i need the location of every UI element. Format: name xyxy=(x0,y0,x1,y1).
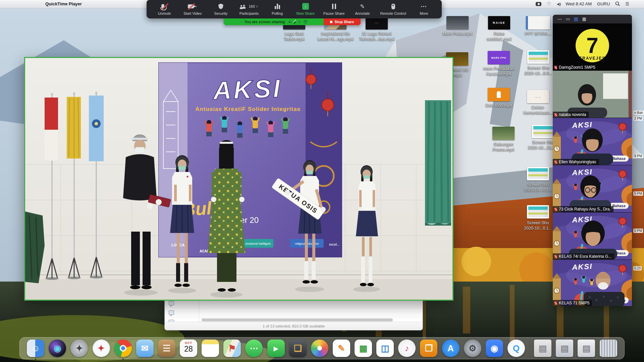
dock-item-minimized-window-3[interactable]: ▤ xyxy=(578,340,595,357)
screen-sharing-banner: ↑ You are screen sharing ◄) ◷ ✓ Stop Sha… xyxy=(224,18,361,25)
dock-item-minimized-window-2[interactable]: ▤ xyxy=(556,340,573,357)
dock-item-trash[interactable] xyxy=(600,340,617,357)
mic-muted-icon xyxy=(554,301,557,305)
dock-item-launchpad[interactable]: ✦ xyxy=(70,340,88,357)
dock-item-photo-booth[interactable]: ❏ xyxy=(289,340,307,357)
participant-name-label: DaringZoom1 SMP5 xyxy=(553,64,598,70)
menu-quicktime-player[interactable]: QuickTime Player xyxy=(45,0,82,8)
share-screen-icon: ↑ xyxy=(302,3,309,10)
stop-icon xyxy=(330,21,332,23)
video-thumbnail: MARS PPK xyxy=(488,51,510,64)
dock-item-siri[interactable]: ◉ xyxy=(49,340,66,357)
running-indicator xyxy=(494,359,495,360)
dock-item-ibooks[interactable]: ❒ xyxy=(420,340,437,357)
polling-button[interactable]: Polling xyxy=(267,3,288,15)
unmute-button[interactable]: ∨ Unmute xyxy=(154,3,175,15)
participant-name-label: 73 Cicik Rahayu Any S., Dra. xyxy=(553,206,613,212)
desktop-icon-ppt-istirahat[interactable]: PPT ISTIRA... xyxy=(518,16,558,37)
desktop-icon-screenshot-3[interactable]: Screen Sho2020-10...0.1... xyxy=(518,167,558,193)
icon-label: Lagu Saat xyxy=(285,32,304,36)
shared-screen-window: AKSI Antusias KreatiF Solider Integritas… xyxy=(24,57,453,301)
finder-status-bar: 1 of 13 selected, 810.3 GB available xyxy=(165,322,423,330)
screenshot-thumbnail xyxy=(527,167,549,180)
mic-muted-icon xyxy=(554,113,557,117)
dock-item-calendar[interactable]: OCT 28 xyxy=(180,340,197,357)
participant-tile[interactable]: 7 TRAVEJES DaringZoom1 SMP5 xyxy=(553,23,632,70)
desktop-icon-mars-petra[interactable]: Mars Petra.mp4 xyxy=(437,16,478,37)
participant-tile[interactable]: 73 Cicik Rahayu Any S., Dra. xyxy=(553,165,632,212)
remote-control-button[interactable]: Remote Control xyxy=(380,3,406,15)
speaker-view-icon[interactable]: ▭ xyxy=(566,15,570,23)
menu-bar-clock[interactable]: Wed 8:42 AM xyxy=(566,0,592,8)
participant-tile[interactable]: KELAS 74/ Esra Katerina G... xyxy=(553,213,632,259)
dock-item-messages[interactable]: ⋯ xyxy=(245,340,263,357)
participant-tile[interactable]: natalia noventa xyxy=(553,71,632,118)
mic-muted-icon xyxy=(554,66,557,69)
participant-tile[interactable]: KELAS 71 SMP5 xyxy=(553,260,632,306)
security-button[interactable]: Security xyxy=(210,3,231,15)
horizontal-scrollbar[interactable] xyxy=(202,318,393,321)
video-thumbnail xyxy=(446,16,469,29)
dock-item-chrome[interactable] xyxy=(114,340,132,357)
volume-icon[interactable]: ◄)) xyxy=(556,0,560,8)
desktop-icon-mars-pendidikan[interactable]: MARS PPK mars PendidikanKarakter.mp4 xyxy=(478,51,519,77)
screenshot-thumbnail xyxy=(527,50,549,64)
start-video-button[interactable]: ∨ Start Video xyxy=(182,3,203,15)
dock-item-system-preferences[interactable]: ⚙ xyxy=(464,340,481,357)
annotate-button[interactable]: ✎ Annotate xyxy=(352,3,373,15)
stop-share-button[interactable]: Stop Share xyxy=(324,18,361,25)
pause-share-button[interactable]: Pause Share xyxy=(323,3,345,15)
desktop-icon-gabungan-promo[interactable]: GabunganPromo.mp4 xyxy=(483,127,524,153)
timer-icon[interactable]: ◷ xyxy=(298,20,301,23)
presentation-thumbnail xyxy=(526,16,550,29)
dock-item-finder[interactable]: ☺ xyxy=(27,340,44,357)
dock-item-app-store[interactable]: A xyxy=(442,340,460,357)
clipped-desktop-label: 5 PM xyxy=(633,191,643,196)
spotlight-icon[interactable] xyxy=(615,1,620,7)
dock-item-itunes[interactable]: ♪ xyxy=(398,340,416,357)
mic-muted-icon[interactable] xyxy=(293,20,296,23)
dock-item-safari[interactable]: ✦ xyxy=(93,340,110,357)
sharing-status: ↑ You are screen sharing ◄) ◷ ✓ xyxy=(224,18,324,25)
dock-item-minimized-window-1[interactable]: ▤ xyxy=(534,340,551,357)
bar-chart-icon xyxy=(275,3,280,10)
participants-button[interactable]: 160 ∨ Participants xyxy=(238,3,259,15)
desktop-icon-coklat-kemerdekaan[interactable]: ﹏﹏ Coklat-Kemerdekaan... xyxy=(518,90,558,116)
participant-tile[interactable]: Ellen Wahyuningtyas xyxy=(553,118,632,165)
desktop-icon-screenshot-4[interactable]: Screen Sho2020-10...0.1... xyxy=(518,205,558,231)
finder-list-row[interactable] xyxy=(165,308,423,317)
new-share-button[interactable]: ↑ New Share xyxy=(295,3,316,15)
dock-item-zoom[interactable]: ◉ xyxy=(486,340,503,357)
user-menu[interactable]: GURU xyxy=(597,0,610,8)
grid-view-icon[interactable]: ▦ xyxy=(582,15,586,23)
shield-check-icon[interactable]: ✓ xyxy=(304,20,307,24)
dock-item-maps[interactable]: ⚑ xyxy=(223,340,241,357)
computer-icon xyxy=(169,301,174,305)
running-indicator xyxy=(122,359,124,360)
video-muted-icon: ∨ xyxy=(188,3,197,10)
desktop-icon-21-lagu-rohani[interactable]: ♪♪♪ 21 Lagu RohaniTerindah...itas.mp4 xyxy=(356,16,397,42)
minimize-icon[interactable]: — xyxy=(557,15,562,23)
dock-item-contacts[interactable]: ☰ xyxy=(158,340,175,357)
dock-item-numbers[interactable]: ▦ xyxy=(355,340,372,357)
dock-item-mail[interactable]: ✉ xyxy=(136,340,154,357)
screen-recording-icon[interactable] xyxy=(536,2,541,6)
notification-center-icon[interactable]: ☰ xyxy=(625,0,629,8)
gallery-strip-icon[interactable]: ▤ xyxy=(574,15,578,23)
dock-item-facetime[interactable]: ▸ xyxy=(267,340,285,357)
participants-icon: 160 ∨ xyxy=(240,3,258,10)
shield-icon xyxy=(218,3,223,10)
dock-item-photos[interactable] xyxy=(311,340,328,357)
desktop-icon-raise-subtitle[interactable]: RAISE Raisesubtitle1.mp4 xyxy=(479,16,520,42)
dock-item-notes[interactable] xyxy=(202,340,219,357)
desktop-icon-osis-icon[interactable]: Osis Icon.mp4 xyxy=(478,88,519,108)
speaker-icon[interactable]: ◄) xyxy=(287,20,291,23)
dock-item-quicktime[interactable]: Q xyxy=(507,340,525,357)
dock-item-keynote[interactable]: ◫ xyxy=(376,340,394,357)
finder-window[interactable]: 1 of 13 selected, 810.3 GB available xyxy=(164,298,423,330)
more-button[interactable]: ••• More xyxy=(414,3,434,15)
heart-icon[interactable]: ♡ xyxy=(547,0,551,8)
zoom-meeting-toolbar: ∨ Unmute ∨ Start Video Security 160 ∨ Pa… xyxy=(147,0,442,18)
dock-item-pages[interactable]: ✎ xyxy=(333,340,350,357)
zoom-participants-panel: — ▭ ▤ ▦ 7 TRAVEJES DaringZoom1 SMP5 xyxy=(553,15,632,306)
